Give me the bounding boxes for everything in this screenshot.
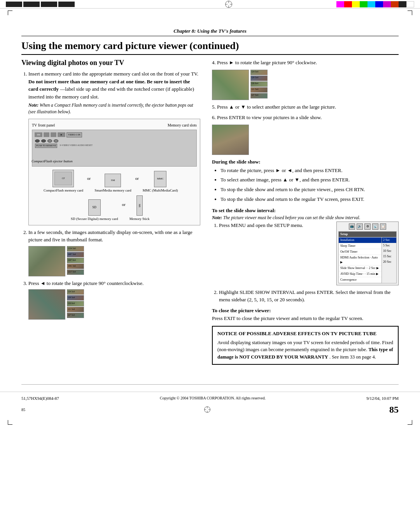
footer-page-left: 85 bbox=[21, 408, 25, 412]
sidebar-5sec: 5 Sec bbox=[382, 243, 396, 248]
menu-row-installation: Installation bbox=[339, 237, 382, 243]
right-column: 4. Press ► to rotate the large picture 9… bbox=[212, 59, 399, 369]
label-tv-front: TV front panel bbox=[32, 122, 55, 128]
tv-panel: SM ► VIDEO-3 IN bbox=[32, 130, 197, 167]
large-pic-1 bbox=[28, 246, 65, 276]
slide-bullet-3: To stop the slide show and return to the… bbox=[220, 186, 399, 194]
step2-text: In a few seconds, the images automatical… bbox=[28, 229, 192, 243]
thumb-strip-3: 124 5x4 129 5x4 126 6x4 121 5x4 127 5x4 bbox=[67, 289, 84, 318]
corner-marks-area bbox=[0, 9, 420, 16]
corner-tl bbox=[8, 11, 12, 15]
left-column: Viewing digital photos on your TV Insert… bbox=[21, 59, 200, 369]
setup-step2-text: Highlight SLIDE SHOW INTERVAL and press … bbox=[219, 289, 390, 303]
menu-sidebar: 2 Sec 5 Sec 10 Sec 15 Sec 20 Sec bbox=[382, 237, 396, 283]
setup-menu-icons: 📺 🔊 ⚙ 📡 📋 bbox=[338, 223, 397, 230]
registration-mark-bottom bbox=[204, 406, 210, 413]
footer-divider bbox=[21, 384, 399, 388]
sd-card: SD SD (Secure Digital) memory card bbox=[71, 199, 118, 222]
sidebar-10sec: 10 Sec bbox=[382, 248, 396, 254]
set-interval-title: To set the slide show interval: bbox=[212, 207, 399, 214]
menu-row-sleep: Sleep Timer bbox=[339, 243, 382, 249]
to-close-text: Press EXIT to close the picture viewer a… bbox=[212, 315, 399, 322]
menu-icon-1: 📺 bbox=[349, 223, 355, 230]
chapter-header: Chapter 8: Using the TV's features bbox=[21, 28, 399, 36]
during-slide-title: During the slide show: bbox=[212, 159, 399, 165]
note-italic: Note: When a Compact Flash memory card i… bbox=[28, 102, 200, 116]
step3-text: Press ◄ to rotate the large picture 90° … bbox=[28, 280, 144, 286]
step4-text: 4. Press ► to rotate the large picture 9… bbox=[212, 59, 399, 67]
menu-icon-3: ⚙ bbox=[364, 223, 371, 230]
color-strip-right bbox=[336, 1, 420, 7]
corner-br bbox=[408, 420, 412, 425]
interval-step-2: Highlight SLIDE SHOW INTERVAL and press … bbox=[219, 288, 399, 304]
list-item-3: Press ◄ to rotate the large picture 90° … bbox=[28, 280, 200, 320]
interval-step-1: Press MENU and open the SETUP menu. 📺 🔊 … bbox=[219, 222, 399, 285]
sm-card: SM SmartMedia memory card bbox=[94, 174, 131, 193]
step1-text: Insert a memory card into the appropriat… bbox=[28, 71, 198, 77]
connector-circle-3 bbox=[47, 139, 52, 142]
setup-menu-img: 📺 🔊 ⚙ 📡 📋 Setup bbox=[336, 222, 399, 285]
cf-ejector-label: CompactFlash ejector button bbox=[32, 159, 73, 164]
menu-left-col: Installation Sleep Timer On/Off Timer bbox=[339, 237, 382, 283]
page-title: Using the memory card picture viewer (co… bbox=[21, 40, 399, 55]
menu-icon-4: 📡 bbox=[372, 223, 378, 230]
pic-view: 1234 5x6 1087 5x4 1267 6x4 1091 5x6 1217… bbox=[28, 246, 200, 276]
note-interval: Note: The picture viewer must be closed … bbox=[212, 215, 399, 220]
page-footer: 51,57HX94(E)084-87 Copyright © 2004 TOSH… bbox=[0, 392, 420, 404]
thumb-strip-1: 1234 5x6 1087 5x4 1267 6x4 1091 5x6 1217… bbox=[67, 246, 84, 275]
setup-menu-area: Press MENU and open the SETUP menu. 📺 🔊 … bbox=[219, 222, 399, 285]
slide-bullet-4: To stop the slide show and return to the… bbox=[220, 195, 399, 204]
menu-row-avhd: AVHD Skip Time · · 15 min ▶ bbox=[339, 271, 382, 277]
set-interval-section: To set the slide show interval: Note: Th… bbox=[212, 207, 399, 304]
connector-circle-1 bbox=[35, 139, 40, 142]
list-item-1: Insert a memory card into the appropriat… bbox=[28, 70, 200, 225]
large-pic-3 bbox=[28, 289, 65, 320]
interval-steps: Press MENU and open the SETUP menu. 📺 🔊 … bbox=[212, 222, 399, 304]
footer-left-code: 51,57HX94(E)084-87 bbox=[21, 396, 59, 401]
mmc-card: MMC MMC (MultiMediaCard) bbox=[143, 171, 178, 193]
corner-tr bbox=[408, 11, 412, 15]
step6-text: 6. Press ENTER to view your pictures in … bbox=[212, 114, 399, 121]
sidebar-2sec: 2 Sec bbox=[382, 237, 396, 243]
large-pic-4 bbox=[212, 70, 249, 100]
card-row-1: CF CompactFlash memory card or SM bbox=[32, 170, 197, 193]
page-number: 85 bbox=[389, 404, 399, 415]
corner-bl bbox=[8, 420, 12, 425]
ms-card: MS Memory Stick bbox=[130, 195, 150, 222]
step4-area: 4. Press ► to rotate the large picture 9… bbox=[212, 59, 399, 100]
deco-block-3 bbox=[41, 2, 57, 7]
step5-text: 5. Press ▲ or ▼ to select another pictur… bbox=[212, 103, 399, 111]
deco-block-1 bbox=[6, 2, 22, 7]
bottom-corner-marks bbox=[0, 419, 420, 427]
menu-row-hdmi: HDMI Audio Selection · Auto ▶ bbox=[339, 255, 382, 266]
label-memory-slots: Memory card slots bbox=[168, 122, 197, 128]
connector-circle-4 bbox=[54, 139, 58, 142]
slide-bullet-2: To select another image, press ▲ or ▼, a… bbox=[220, 176, 399, 184]
main-list: Insert a memory card into the appropriat… bbox=[21, 70, 200, 320]
sidebar-20sec: 20 Sec bbox=[382, 259, 396, 265]
menu-content: Installation Sleep Timer On/Off Timer bbox=[339, 237, 396, 283]
card-row-2: SD SD (Secure Digital) memory card or MS… bbox=[32, 195, 197, 222]
during-slide-section: During the slide show: To rotate the pic… bbox=[212, 159, 399, 204]
pic-view-4: 124 5x4 129 5x4 126 6x4 121 5x4 127 5x4 bbox=[212, 70, 399, 100]
notice-body: Avoid displaying stationary images on yo… bbox=[217, 339, 393, 361]
thumb-strip-4: 124 5x4 129 5x4 126 6x4 121 5x4 127 5x4 bbox=[250, 70, 268, 98]
list-item-2: In a few seconds, the images automatical… bbox=[28, 229, 200, 276]
menu-header: Setup bbox=[339, 232, 396, 237]
footer-right-date: 9/12/04, 10:07 PM bbox=[366, 396, 399, 401]
deco-block-4 bbox=[58, 2, 75, 7]
menu-row-slideshow: Slide Show Interval · · 2 Sec ▶ bbox=[339, 266, 382, 271]
sidebar-15sec: 15 Sec bbox=[382, 254, 396, 259]
to-close-section: To close the picture viewer: Press EXIT … bbox=[212, 308, 399, 322]
notice-title: NOTICE OF POSSIBLE ADVERSE EFFECTS ON TV… bbox=[217, 330, 393, 338]
setup-menu-rows: Setup Installation bbox=[338, 231, 397, 283]
deco-block-2 bbox=[23, 2, 40, 7]
large-pic-6 bbox=[212, 125, 249, 155]
menu-row-onoff: On/Off Timer bbox=[339, 249, 382, 255]
connector-circle-2 bbox=[41, 139, 46, 142]
pic-view-3: 124 5x4 129 5x4 126 6x4 121 5x4 127 5x4 bbox=[28, 289, 200, 320]
section-heading: Viewing digital photos on your TV bbox=[21, 59, 200, 67]
diagram-box: TV front panel Memory card slots SM bbox=[28, 119, 200, 225]
page-number-area: 85 85 bbox=[0, 404, 420, 419]
page: Chapter 8: Using the TV's features Using… bbox=[0, 0, 420, 531]
